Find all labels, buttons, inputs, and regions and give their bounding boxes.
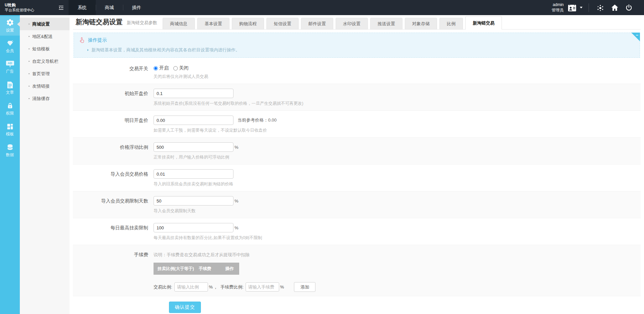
ratio-input-label: 交易比例:	[154, 284, 172, 290]
gem-icon	[6, 40, 14, 47]
percent-unit: %	[234, 225, 239, 230]
form-row-initial-price: 初始开盘价 系统初始开盘价(系统没有任何一笔交易时取的价格，一旦产生交易就不可再…	[73, 84, 641, 111]
topbar-divider	[589, 3, 589, 12]
submenu-item-mall-settings[interactable]: 商城设置	[20, 18, 70, 30]
user-role: 管理员	[552, 8, 564, 13]
submenu-label: 自定义导航栏	[32, 58, 58, 64]
grid-icon	[6, 123, 14, 130]
home-icon[interactable]	[609, 2, 620, 13]
fee-amount-input[interactable]	[246, 282, 279, 291]
form-row-daily-max-sell-limit: 每日最高挂卖限制 % 每天最高挂卖持有数量的百分比,如果不设置或为0则不限制	[73, 218, 641, 245]
bullet-dot	[29, 61, 30, 62]
tab-xintaolian-trade[interactable]: 新淘链交易	[465, 16, 502, 30]
initial-price-input[interactable]	[154, 89, 233, 98]
field-help: 导入会员交易限制天数	[154, 208, 641, 214]
admin-app: U抢购 平台系统管理中心 系统 商城 插件 admin 管理员	[0, 0, 644, 314]
top-menu-label: 系统	[78, 5, 87, 11]
radio-off[interactable]	[173, 66, 178, 71]
form-row-price-float-ratio: 价格浮动比例 % 正常挂卖时，用户输入价格的可浮动比例	[73, 138, 641, 165]
sidebar-item-permissions[interactable]: 权限	[0, 99, 20, 119]
sidebar-item-label: 数据	[6, 152, 14, 158]
form-row-import-member-limit-days: 导入会员交易限制天数 % 导入会员交易限制天数	[73, 191, 641, 218]
main-content: 新淘链交易设置 新淘链交易参数 商城信息 基本设置 购物流程 短信设置 邮件设置…	[70, 15, 644, 314]
tomorrow-price-input[interactable]	[154, 116, 233, 125]
settings-tabs: 商城信息 基本设置 购物流程 短信设置 邮件设置 水印设置 推送设置 对象存储 …	[163, 16, 502, 29]
fee-col-fee: 手续费	[199, 266, 211, 272]
percent-unit: %	[280, 284, 284, 289]
tab-object-storage[interactable]: 对象存储	[405, 18, 437, 30]
id-card-icon[interactable]	[567, 3, 577, 12]
chevron-down-icon[interactable]	[580, 7, 583, 8]
tab-mail-settings[interactable]: 邮件设置	[301, 18, 333, 30]
tab-push-settings[interactable]: 推送设置	[370, 18, 402, 30]
bullet-dot	[29, 36, 30, 37]
top-menu-mall[interactable]: 商城	[96, 0, 123, 15]
submenu-label: 清除缓存	[32, 96, 50, 102]
submenu-label: 短信模板	[32, 46, 50, 52]
fee-table-header: 挂卖比例(大于等于) 手续费 操作	[154, 263, 239, 275]
notice-collapse-icon[interactable]: −	[636, 33, 638, 37]
fee-note: 说明：手续费是在交易成功之后才从提现币中扣除	[154, 250, 641, 258]
ad-billboard-icon: AD	[6, 61, 14, 68]
percent-unit: %	[234, 198, 239, 204]
notice-bullet	[87, 49, 89, 51]
submenu-label: 首页管理	[32, 71, 50, 77]
document-icon	[7, 81, 13, 89]
hand-pointer-icon	[79, 37, 85, 44]
menu-collapse-icon[interactable]	[54, 0, 69, 15]
sidebar-item-members[interactable]: 会员	[0, 37, 20, 56]
submenu-item-region-shipping[interactable]: 地区&配送	[20, 30, 70, 43]
field-help: 如需要人工干预，则需要每天设定，不设定默认取今日收盘价	[154, 128, 641, 133]
sidebar-item-label: 文章	[6, 90, 14, 95]
user-name: admin	[552, 2, 564, 8]
tab-basic-settings[interactable]: 基本设置	[197, 18, 229, 30]
import-member-limit-days-input[interactable]	[154, 196, 233, 206]
sidebar-item-label: 权限	[6, 110, 14, 116]
submenu-item-friend-links[interactable]: 友情链接	[20, 80, 70, 92]
submenu-item-home-manage[interactable]: 首页管理	[20, 68, 70, 80]
price-float-ratio-input[interactable]	[154, 142, 233, 152]
tab-ratio[interactable]: 比例	[439, 18, 463, 30]
percent-unit: %	[234, 145, 239, 150]
sidebar-item-ads[interactable]: AD 广告	[0, 58, 20, 77]
tab-mall-info[interactable]: 商城信息	[163, 18, 195, 30]
confirm-submit-button[interactable]: 确认提交	[169, 302, 201, 313]
field-label: 价格浮动比例	[73, 142, 154, 160]
sidebar-item-data[interactable]: 数据	[0, 141, 20, 161]
top-menu-plugin[interactable]: 插件	[123, 0, 150, 15]
field-help: 导入的旧系统会员挂卖交易时新淘链的价格	[154, 181, 641, 187]
gear-icon	[6, 18, 14, 27]
tab-shopping-flow[interactable]: 购物流程	[232, 18, 264, 30]
daily-max-sell-limit-input[interactable]	[154, 223, 233, 232]
bullet-dot	[29, 86, 30, 87]
field-label: 每日最高挂卖限制	[73, 223, 154, 241]
cluster-icon[interactable]	[595, 2, 606, 13]
radio-option-off[interactable]: 关闭	[173, 65, 188, 71]
sidebar-item-articles[interactable]: 文章	[0, 79, 20, 98]
bullet-dot	[29, 73, 30, 74]
submenu-item-clear-cache[interactable]: 清除缓存	[20, 92, 70, 105]
form-row-trade-switch: 交易开关 开启 关闭 关闭后将仅允许测试人员交易	[73, 59, 641, 84]
radio-on[interactable]	[154, 66, 158, 71]
notice-line: 新淘链基本设置，商城及其他模块相关内容在其各自栏目设置项内进行操作。	[79, 47, 634, 53]
tab-sms-settings[interactable]: 短信设置	[266, 18, 299, 30]
radio-label: 开启	[159, 65, 169, 71]
reference-price-note: 当前参考价格：0.00	[238, 117, 276, 123]
tab-watermark-settings[interactable]: 水印设置	[336, 18, 368, 30]
top-menu-system[interactable]: 系统	[69, 0, 96, 15]
add-fee-button[interactable]: 添加	[294, 282, 315, 292]
submenu-item-sms-template[interactable]: 短信模板	[20, 43, 70, 55]
submenu-item-custom-nav[interactable]: 自定义导航栏	[20, 55, 70, 68]
bullet-dot	[29, 24, 30, 25]
top-menu-label: 商城	[105, 5, 114, 11]
submenu-label: 商城设置	[32, 21, 50, 27]
fee-ratio-input[interactable]	[174, 282, 208, 291]
sidebar-item-label: 会员	[6, 48, 14, 54]
sidebar-item-templates[interactable]: 模板	[0, 120, 20, 140]
percent-unit: %	[209, 284, 213, 289]
radio-option-on[interactable]: 开启	[154, 65, 169, 71]
import-member-price-input[interactable]	[154, 169, 233, 179]
page-header: 新淘链交易设置 新淘链交易参数 商城信息 基本设置 购物流程 短信设置 邮件设置…	[73, 15, 641, 30]
bullet-dot	[29, 48, 30, 49]
power-icon[interactable]	[623, 2, 635, 13]
